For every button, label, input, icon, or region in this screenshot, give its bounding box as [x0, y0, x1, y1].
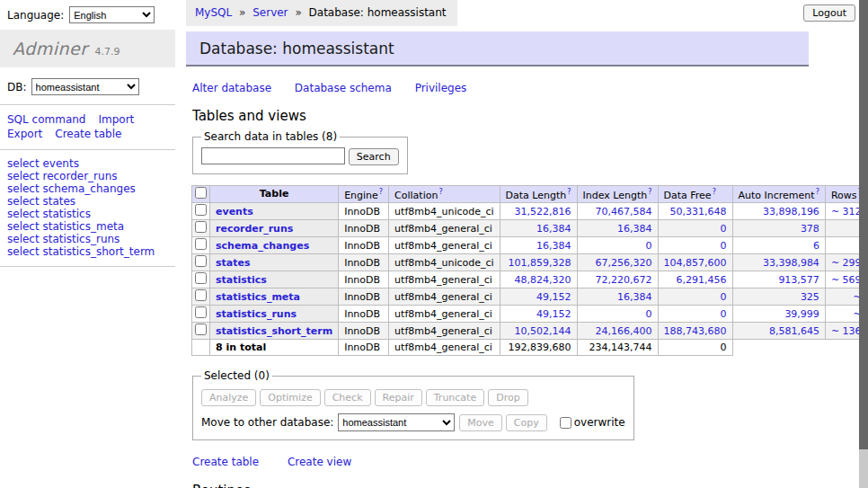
sidebar-select-link[interactable]: select statistics_meta	[7, 220, 175, 233]
auto-increment-link[interactable]: 33,898,196	[763, 206, 819, 217]
data-free-link[interactable]: 0	[721, 291, 727, 303]
table-row: schema_changesInnoDButf8mb4_general_ci16…	[192, 237, 868, 254]
row-checkbox[interactable]	[195, 204, 207, 216]
sidebar-select-link[interactable]: select recorder_runs	[7, 170, 175, 182]
help-link[interactable]: ?	[567, 188, 571, 196]
help-link[interactable]: ?	[438, 188, 442, 196]
auto-increment-link[interactable]: 8,581,645	[769, 325, 819, 337]
move-database-select[interactable]: homeassistant	[338, 413, 455, 431]
table-link[interactable]: states	[216, 257, 251, 269]
help-link[interactable]: ?	[379, 188, 383, 196]
index-length-link[interactable]: 0	[646, 240, 652, 252]
auto-increment-link[interactable]: 6	[813, 240, 819, 252]
data-length-link[interactable]: 101,859,328	[509, 257, 571, 269]
data-length-link[interactable]: 16,384	[536, 240, 571, 252]
selected-buttons-row: AnalyzeOptimizeCheckRepairTruncateDrop	[201, 389, 625, 406]
total-data-free: 0	[658, 340, 732, 356]
sidebar-select-link[interactable]: select states	[7, 195, 175, 208]
table-link[interactable]: statistics	[216, 274, 267, 286]
help-link[interactable]: ?	[816, 188, 819, 196]
db-select[interactable]: homeassistant	[31, 78, 139, 95]
table-link[interactable]: schema_changes	[216, 240, 309, 252]
row-checkbox[interactable]	[195, 238, 207, 250]
help-link[interactable]: ?	[713, 188, 716, 196]
table-row: eventsInnoDButf8mb4_unicode_ci31,522,816…	[192, 203, 868, 220]
sidebar-item-sql-command[interactable]: SQL command	[7, 113, 85, 126]
data-free-link[interactable]: 6,291,456	[677, 274, 727, 286]
row-checkbox[interactable]	[195, 289, 207, 301]
sidebar-select-link[interactable]: select statistics	[7, 208, 175, 220]
select-all-checkbox[interactable]	[195, 187, 207, 199]
engine-cell: InnoDB	[339, 237, 389, 254]
auto-increment-link[interactable]: 325	[801, 291, 819, 303]
breadcrumb-server-link[interactable]: Server	[252, 6, 288, 19]
table-link[interactable]: statistics_meta	[216, 291, 300, 303]
data-free-link[interactable]: 0	[721, 308, 727, 320]
check-button[interactable]: Check	[324, 389, 371, 406]
data-free-link[interactable]: 0	[721, 240, 727, 252]
data-free-link[interactable]: 0	[721, 223, 727, 235]
adminer-app: Language:English Adminer 4.7.9 DB:homeas…	[0, 0, 868, 488]
scrollbar-thumb[interactable]	[859, 0, 868, 449]
sidebar-item-create-table[interactable]: Create table	[55, 128, 121, 140]
sidebar-item-export[interactable]: Export	[7, 128, 42, 140]
data-length-link[interactable]: 48,824,320	[515, 274, 571, 286]
index-length-link[interactable]: 16,384	[617, 291, 652, 303]
repair-button[interactable]: Repair	[375, 389, 422, 406]
sidebar-select-link[interactable]: select statistics_runs	[7, 233, 175, 245]
auto-increment-link[interactable]: 39,999	[784, 308, 819, 320]
create-table-link[interactable]: Create table	[192, 456, 259, 468]
row-checkbox[interactable]	[195, 324, 207, 335]
data-free-link[interactable]: 188,743,680	[664, 325, 727, 337]
data-length-link[interactable]: 16,384	[536, 223, 571, 235]
data-length-link[interactable]: 10,502,144	[515, 325, 571, 337]
sidebar-select-link[interactable]: select statistics_short_term	[7, 245, 175, 258]
data-length-link[interactable]: 31,522,816	[515, 206, 571, 217]
index-length-link[interactable]: 70,467,584	[596, 206, 652, 217]
privileges-link[interactable]: Privileges	[415, 82, 467, 94]
language-select[interactable]: English	[69, 6, 155, 23]
auto-increment-link[interactable]: 378	[801, 223, 819, 235]
index-length-link[interactable]: 16,384	[617, 223, 652, 235]
truncate-button[interactable]: Truncate	[426, 389, 484, 406]
row-checkbox[interactable]	[195, 221, 207, 233]
data-length-link[interactable]: 49,152	[536, 308, 571, 320]
overwrite-label: overwrite	[574, 416, 625, 429]
search-button[interactable]: Search	[349, 148, 399, 165]
search-input[interactable]	[201, 147, 345, 164]
sidebar-item-import[interactable]: Import	[98, 113, 134, 126]
move-button[interactable]: Move	[459, 414, 502, 431]
page-title: Database: homeassistant	[186, 31, 809, 67]
auto-increment-link[interactable]: 33,398,984	[763, 257, 819, 269]
drop-button[interactable]: Drop	[488, 389, 527, 406]
optimize-button[interactable]: Optimize	[260, 389, 320, 406]
alter-database-link[interactable]: Alter database	[192, 82, 271, 94]
table-link[interactable]: events	[216, 206, 253, 217]
sidebar: Language:English Adminer 4.7.9 DB:homeas…	[0, 0, 175, 488]
index-length-link[interactable]: 24,166,400	[596, 325, 652, 337]
auto-increment-link[interactable]: 913,577	[778, 274, 819, 286]
row-checkbox[interactable]	[195, 255, 207, 267]
data-length-link[interactable]: 49,152	[536, 291, 571, 303]
data-free-link[interactable]: 104,857,600	[664, 257, 727, 269]
table-link[interactable]: statistics_short_term	[216, 325, 332, 337]
row-checkbox[interactable]	[195, 272, 207, 284]
vertical-scrollbar[interactable]	[859, 0, 868, 488]
create-view-link[interactable]: Create view	[288, 456, 351, 468]
index-length-link[interactable]: 72,220,672	[596, 274, 652, 286]
table-link[interactable]: recorder_runs	[216, 223, 293, 235]
overwrite-checkbox[interactable]	[560, 417, 571, 429]
app-logo: Adminer	[13, 39, 88, 58]
sidebar-select-link[interactable]: select events	[7, 157, 175, 170]
analyze-button[interactable]: Analyze	[201, 389, 256, 406]
index-length-link[interactable]: 67,256,320	[596, 257, 652, 269]
breadcrumb-mysql-link[interactable]: MySQL	[195, 6, 232, 19]
help-link[interactable]: ?	[648, 188, 651, 196]
database-schema-link[interactable]: Database schema	[295, 82, 392, 94]
index-length-link[interactable]: 0	[646, 308, 652, 320]
row-checkbox[interactable]	[195, 306, 207, 318]
copy-button[interactable]: Copy	[506, 414, 547, 431]
sidebar-select-link[interactable]: select schema_changes	[7, 182, 175, 195]
table-link[interactable]: statistics_runs	[216, 308, 297, 320]
data-free-link[interactable]: 50,331,648	[670, 206, 727, 217]
